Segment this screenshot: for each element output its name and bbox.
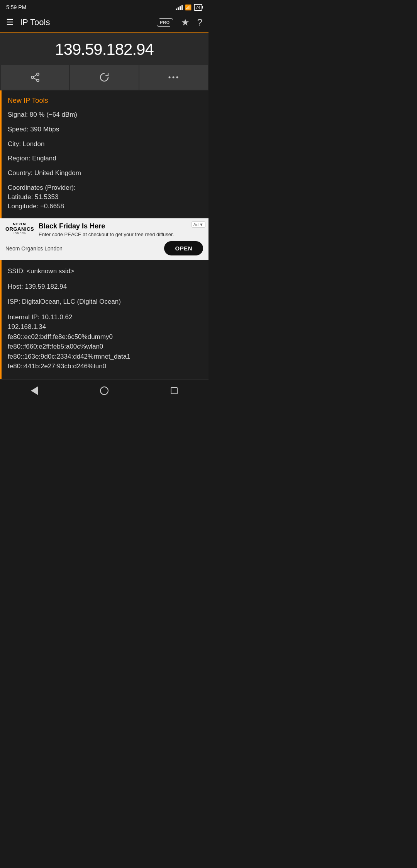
city-info: City: London — [8, 140, 202, 149]
signal-info: Signal: 80 % (−64 dBm) — [8, 110, 202, 119]
back-button[interactable] — [23, 385, 46, 397]
ssid-row: SSID: <unknown ssid> — [8, 266, 202, 276]
ip-address: 139.59.182.94 — [6, 40, 202, 59]
coordinates-info: Coordinates (Provider): Latitude: 51.535… — [8, 183, 202, 211]
ad-subtext: Enter code PEACE at checkout to get your… — [39, 231, 203, 237]
details-panel: SSID: <unknown ssid> Host: 139.59.182.94… — [0, 260, 208, 379]
coordinates-label: Coordinates (Provider): — [8, 184, 76, 191]
svg-point-7 — [176, 77, 178, 78]
share-button[interactable] — [1, 65, 69, 90]
status-time: 5:59 PM — [6, 4, 26, 10]
isp-row: ISP: DigitalOcean, LLC (Digital Ocean) — [8, 297, 202, 307]
help-icon[interactable]: ? — [197, 17, 202, 28]
wifi-icon: 📶 — [185, 4, 192, 10]
info-panel: New IP Tools Signal: 80 % (−64 dBm) Spee… — [0, 90, 208, 218]
ad-logo-bottom: LONDON — [13, 232, 27, 235]
pro-badge[interactable]: PRO — [156, 18, 173, 27]
more-button[interactable] — [139, 65, 208, 90]
ad-logo-top: NEOM — [13, 222, 27, 226]
top-bar-actions: PRO ★ ? — [156, 17, 202, 28]
recents-icon — [171, 387, 178, 394]
longitude-info: Longitude: −0.6658 — [8, 203, 64, 210]
top-bar: ☰ IP Tools PRO ★ ? — [0, 14, 208, 33]
battery-icon: 74 — [194, 4, 202, 11]
ip5: fe80::163e:9d0c:2334:dd42%rmnet_data1 — [8, 353, 131, 360]
svg-point-1 — [37, 79, 39, 82]
ad-content: NEOM ORGANICS LONDON Black Friday Is Her… — [5, 222, 203, 237]
share-icon — [30, 72, 40, 82]
action-buttons — [0, 65, 208, 90]
home-icon — [100, 386, 108, 395]
ad-text: Black Friday Is Here Enter code PEACE at… — [39, 222, 203, 237]
ip4: fe80::f660:e2ff:feb5:a00c%wlan0 — [8, 343, 103, 350]
ad-headline: Black Friday Is Here — [39, 222, 203, 230]
signal-bars-icon — [176, 5, 183, 10]
latitude-info: Latitude: 51.5353 — [8, 193, 58, 201]
speed-info: Speed: 390 Mbps — [8, 125, 202, 134]
host-row: Host: 139.59.182.94 — [8, 282, 202, 292]
ad-banner: Ad ▼ NEOM ORGANICS LONDON Black Friday I… — [0, 218, 208, 260]
ad-open-button[interactable]: OPEN — [164, 241, 203, 255]
menu-icon[interactable]: ☰ — [6, 17, 14, 27]
recents-button[interactable] — [163, 386, 185, 396]
ad-logo-main: ORGANICS — [5, 226, 34, 232]
info-panel-title: New IP Tools — [8, 97, 202, 105]
region-info: Region: England — [8, 154, 202, 163]
ad-logo: NEOM ORGANICS LONDON — [5, 222, 34, 235]
home-button[interactable] — [92, 385, 116, 397]
status-icons: 📶 74 — [176, 4, 202, 11]
refresh-icon — [99, 72, 110, 83]
ad-footer: Neom Organics London OPEN — [5, 241, 203, 255]
ip-display: 139.59.182.94 — [0, 33, 208, 65]
svg-point-0 — [37, 73, 39, 75]
status-bar: 5:59 PM 📶 74 — [0, 0, 208, 14]
svg-line-4 — [33, 78, 37, 80]
country-info: Country: United Kingdom — [8, 168, 202, 178]
refresh-button[interactable] — [70, 65, 138, 90]
svg-point-5 — [169, 77, 171, 78]
bottom-nav — [0, 379, 208, 404]
internal-ip-row: Internal IP: 10.11.0.62 192.168.1.34 fe8… — [8, 312, 202, 371]
back-icon — [31, 386, 38, 395]
more-icon — [168, 75, 178, 79]
star-icon[interactable]: ★ — [181, 17, 190, 28]
app-title: IP Tools — [20, 17, 156, 27]
chevron-down-icon: ▼ — [199, 222, 203, 227]
internal-ip-label: Internal IP: 10.11.0.62 — [8, 313, 72, 321]
ad-brand: Neom Organics London — [5, 245, 63, 252]
ad-label: Ad ▼ — [192, 221, 205, 228]
ip6: fe80::441b:2e27:93cb:d246%tun0 — [8, 363, 106, 370]
svg-point-2 — [31, 76, 34, 78]
ip3: fe80::ec02:bdff:fe8e:6c50%dummy0 — [8, 333, 113, 340]
ip2: 192.168.1.34 — [8, 323, 46, 330]
svg-line-3 — [33, 75, 37, 77]
svg-point-6 — [173, 77, 175, 78]
